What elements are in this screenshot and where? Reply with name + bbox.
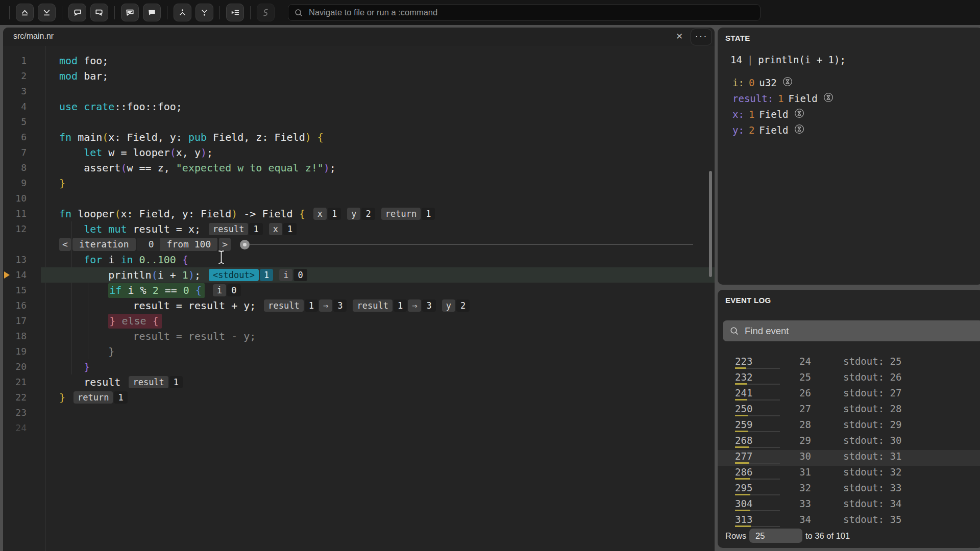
jump-to-call-button[interactable] xyxy=(174,4,191,21)
iteration-prev-button[interactable]: < xyxy=(59,238,71,251)
editor-scrollbar[interactable] xyxy=(709,171,712,277)
line-number[interactable]: 4 xyxy=(3,99,27,114)
code-line[interactable]: 19 } xyxy=(3,344,715,359)
event-row[interactable]: 24126stdout: 27 xyxy=(718,387,980,403)
line-number[interactable]: 24 xyxy=(3,420,27,436)
find-event-box[interactable] xyxy=(723,320,980,341)
code-line[interactable]: 22}return1 xyxy=(3,390,715,405)
tab-src-main-nr[interactable]: src/main.nr xyxy=(13,32,54,41)
event-row[interactable]: 26829stdout: 30 xyxy=(718,434,980,450)
code-line[interactable]: 12 let mut result = x;result1x1 xyxy=(3,221,715,237)
code-line[interactable]: 10 xyxy=(3,191,715,206)
line-number[interactable]: 22 xyxy=(3,390,27,405)
line-number[interactable]: 7 xyxy=(3,145,27,160)
line-number[interactable]: 16 xyxy=(3,298,27,313)
iteration-slider-knob[interactable] xyxy=(240,240,250,249)
line-number[interactable]: 23 xyxy=(3,405,27,420)
event-row[interactable]: 31334stdout: 35 xyxy=(718,513,980,529)
code-line[interactable]: 1mod foo; xyxy=(3,53,715,68)
inline-value-badge[interactable]: result1 xyxy=(129,376,183,388)
code-line[interactable]: 24 xyxy=(3,420,715,436)
inline-value-badge[interactable]: x1 xyxy=(313,208,341,220)
inline-value-badge[interactable]: x1 xyxy=(269,223,297,235)
line-number[interactable]: 3 xyxy=(3,84,27,99)
event-row[interactable]: 30433stdout: 34 xyxy=(718,497,980,513)
code-line[interactable]: 2mod bar; xyxy=(3,68,715,84)
tab-more-button[interactable]: ··· xyxy=(691,29,712,45)
code-line[interactable]: 13 for i in 0..100 { xyxy=(3,252,715,267)
iteration-slider-row[interactable]: <iteration0from 100> xyxy=(3,237,715,252)
code-line[interactable]: 23 xyxy=(3,405,715,420)
event-row[interactable]: 28631stdout: 32 xyxy=(718,466,980,482)
trace-button[interactable] xyxy=(257,4,275,21)
continue-back-button[interactable] xyxy=(121,4,139,21)
continue-forward-button[interactable] xyxy=(143,4,161,21)
code-line[interactable]: 16 result = result + y;result1⇒3result1⇒… xyxy=(3,298,715,313)
line-number[interactable]: 8 xyxy=(3,160,27,176)
event-row[interactable]: 27730stdout: 31 xyxy=(718,450,980,466)
state-variable-row[interactable]: x:1Field xyxy=(732,106,834,122)
inline-value-badge[interactable]: <stdout>1 xyxy=(209,269,273,281)
inline-value-badge[interactable]: i0 xyxy=(213,284,241,296)
line-number[interactable] xyxy=(3,237,27,252)
event-row[interactable]: 22324stdout: 25 xyxy=(718,355,980,371)
jump-to-return-button[interactable] xyxy=(195,4,213,21)
code-line[interactable]: 3 xyxy=(3,84,715,99)
inline-value-badge[interactable]: return1 xyxy=(74,391,128,404)
step-over-forward-button[interactable] xyxy=(90,4,108,21)
tab-close-icon[interactable]: ✕ xyxy=(674,31,685,42)
code-line[interactable]: 21 resultresult1 xyxy=(3,374,715,390)
event-row[interactable]: 23225stdout: 26 xyxy=(718,371,980,387)
step-into-button[interactable] xyxy=(38,4,56,21)
line-number[interactable]: 18 xyxy=(3,329,27,344)
line-number[interactable]: 17 xyxy=(3,313,27,329)
inline-value-badge[interactable]: i0 xyxy=(279,269,307,281)
inline-value-badge[interactable]: y2 xyxy=(347,208,375,220)
line-number[interactable]: 15 xyxy=(3,283,27,298)
line-number[interactable]: 19 xyxy=(3,344,27,359)
line-number[interactable]: 21 xyxy=(3,374,27,390)
event-row[interactable]: 25928stdout: 29 xyxy=(718,418,980,434)
code-line[interactable]: 8 assert(w == z, "expected w to equal z!… xyxy=(3,160,715,176)
inline-value-badge[interactable]: result1 xyxy=(209,223,263,235)
line-number[interactable]: 6 xyxy=(3,130,27,145)
code-line[interactable]: 15 if i % 2 == 0 {i0 xyxy=(3,283,715,298)
line-number[interactable]: 1 xyxy=(3,53,27,68)
code-line[interactable]: 14 println(i + 1);<stdout>1i0 xyxy=(3,267,715,283)
state-variable-row[interactable]: y:2Field xyxy=(732,122,834,138)
code-line[interactable]: 5 xyxy=(3,114,715,130)
line-number[interactable]: 9 xyxy=(3,176,27,191)
inline-value-badge[interactable]: return1 xyxy=(381,208,435,220)
code-line[interactable]: 18 result = result - y; xyxy=(3,329,715,344)
event-row[interactable]: 29532stdout: 33 xyxy=(718,482,980,497)
code-line[interactable]: 4use crate::foo::foo; xyxy=(3,99,715,114)
line-number[interactable]: 10 xyxy=(3,191,27,206)
run-to-cursor-button[interactable] xyxy=(226,4,244,21)
code-area[interactable]: 1mod foo;2mod bar;34use crate::foo::foo;… xyxy=(3,46,715,551)
rows-per-page-input[interactable] xyxy=(749,529,802,543)
inline-value-badge[interactable]: result1⇒3 xyxy=(353,299,435,312)
line-number[interactable]: 2 xyxy=(3,68,27,84)
code-line[interactable]: 20 } xyxy=(3,359,715,374)
code-line[interactable]: 11fn looper(x: Field, y: Field) -> Field… xyxy=(3,206,715,221)
state-variable-row[interactable]: i:0u32 xyxy=(732,74,834,90)
iteration-value[interactable]: 0 xyxy=(137,238,160,251)
inline-value-badge[interactable]: result1⇒3 xyxy=(264,299,347,312)
line-number[interactable]: 13 xyxy=(3,252,27,267)
line-number[interactable]: 11 xyxy=(3,206,27,221)
step-out-button[interactable] xyxy=(16,4,34,21)
state-variable-row[interactable]: result:1Field xyxy=(732,90,834,106)
line-number[interactable]: 12 xyxy=(3,221,27,237)
line-number[interactable]: 5 xyxy=(3,114,27,130)
command-bar[interactable] xyxy=(288,4,761,21)
code-line[interactable]: 9} xyxy=(3,176,715,191)
line-number[interactable]: 20 xyxy=(3,359,27,374)
code-line[interactable]: 17 } else { xyxy=(3,313,715,329)
find-event-input[interactable] xyxy=(744,325,976,337)
code-line[interactable]: 6fn main(x: Field, y: pub Field, z: Fiel… xyxy=(3,130,715,145)
step-over-back-button[interactable] xyxy=(68,4,86,21)
event-row[interactable]: 25027stdout: 28 xyxy=(718,403,980,418)
code-line[interactable]: 7 let w = looper(x, y); xyxy=(3,145,715,160)
iteration-slider-track[interactable] xyxy=(250,244,693,245)
inline-value-badge[interactable]: y2 xyxy=(442,299,470,312)
